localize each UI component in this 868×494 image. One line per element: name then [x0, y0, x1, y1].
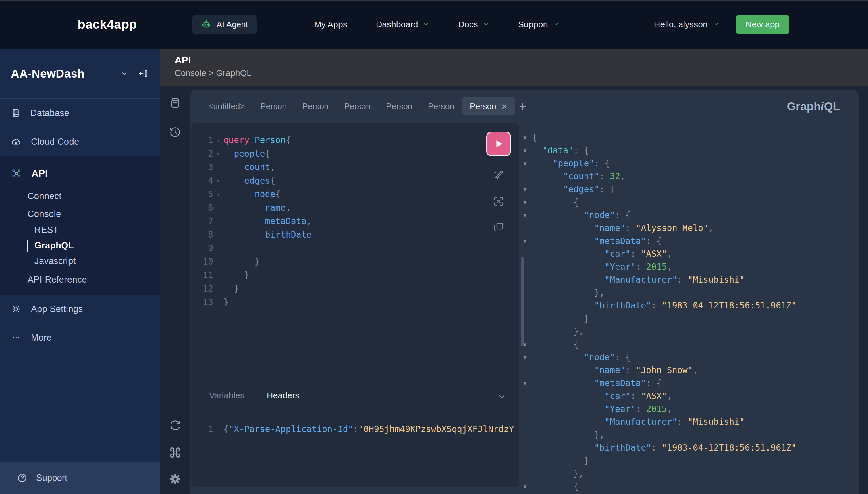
chevron-down-icon	[553, 20, 560, 29]
sidebar-item-label: Console	[27, 209, 61, 219]
tab-variables[interactable]: Variables	[209, 391, 245, 400]
fold-toggle-icon[interactable]: ▼	[523, 483, 532, 490]
nav-my-apps[interactable]: My Apps	[314, 20, 347, 29]
history-icon[interactable]	[169, 126, 182, 139]
breadcrumb: Console > GraphQL	[175, 68, 868, 78]
fold-toggle-icon[interactable]: ▼	[523, 354, 532, 360]
line-number: 1	[191, 135, 213, 145]
sidebar-item-app-settings[interactable]: App Settings	[0, 295, 160, 323]
ai-agent-button[interactable]: AI Agent	[192, 15, 257, 34]
chevron-down-icon	[713, 20, 720, 29]
sidebar-item-support[interactable]: Support	[0, 462, 160, 494]
variables-headers-section: Variables Headers 1{"X-Parse-Application…	[191, 366, 519, 487]
tab-person-active[interactable]: Person ×	[462, 97, 515, 115]
response-line: },	[523, 325, 856, 338]
response-line: "Manufacturer": "Misubishi"	[523, 415, 856, 428]
close-tab-icon[interactable]: ×	[501, 101, 507, 111]
tab-person-3[interactable]: Person	[336, 97, 378, 115]
line-number: 10	[191, 256, 213, 267]
collapse-sidebar-icon[interactable]	[138, 69, 148, 78]
sidebar-item-cloud-code[interactable]: Cloud Code	[0, 128, 160, 156]
graphiql-logo: GraphiQL	[787, 100, 840, 113]
tab-untitled[interactable]: <untitled>	[200, 97, 252, 115]
fold-toggle-icon[interactable]: ▼	[523, 238, 532, 244]
page-header: API Console > GraphQL	[160, 49, 868, 86]
sidebar-item-api-reference[interactable]: API Reference	[0, 269, 160, 291]
secondary-tabs: Variables Headers	[209, 391, 519, 400]
tab-person-1[interactable]: Person	[252, 97, 294, 115]
back4app-logo[interactable]: back4app	[78, 17, 137, 32]
fold-toggle-icon[interactable]: ▾	[213, 191, 224, 197]
editor-line: 8 birthDate	[191, 228, 519, 241]
response-line: }	[523, 312, 856, 325]
greeting-label: Hello, alysson	[654, 20, 708, 29]
editor-line: 11 }	[191, 268, 519, 282]
response-line: ▼ {	[523, 338, 856, 351]
user-menu[interactable]: Hello, alysson	[654, 20, 720, 29]
sidebar-item-label: API	[32, 168, 48, 179]
sidebar-item-database[interactable]: Database	[0, 99, 160, 128]
tab-label: Person	[428, 102, 455, 111]
tab-bar: <untitled> Person Person Person Person P…	[190, 90, 859, 123]
query-editor[interactable]: 1▾query Person{2▾ people{3 count,4▾ edge…	[191, 123, 519, 487]
sidebar-item-api[interactable]: API	[0, 160, 160, 187]
active-indicator	[27, 240, 28, 252]
shortcut-keys-icon[interactable]: ⌘	[169, 446, 182, 459]
copy-query-icon[interactable]	[492, 221, 505, 235]
fold-toggle-icon[interactable]: ▼	[523, 186, 532, 192]
execute-play-button[interactable]	[486, 132, 511, 156]
tab-headers[interactable]: Headers	[267, 391, 299, 400]
editor-line: 1▾query Person{	[191, 133, 519, 147]
ai-agent-label: AI Agent	[216, 20, 248, 29]
response-line: "birthDate": "1983-04-12T18:56:51.961Z"	[523, 299, 856, 312]
nav-docs[interactable]: Docs	[458, 20, 489, 29]
sidebar-item-rest[interactable]: REST	[0, 222, 160, 238]
fold-toggle-icon[interactable]: ▼	[523, 380, 532, 386]
chevron-down-icon[interactable]	[497, 392, 507, 403]
nav-dashboard[interactable]: Dashboard	[376, 20, 430, 29]
editor-line: 6 name,	[191, 201, 519, 214]
tab-label: Person	[470, 102, 496, 111]
settings-icon[interactable]	[168, 472, 182, 486]
sidebar-item-console[interactable]: Console	[0, 206, 160, 222]
tab-person-2[interactable]: Person	[294, 97, 336, 115]
app-name[interactable]: AA-NewDash	[11, 67, 84, 80]
headers-editor[interactable]: 1{"X-Parse-Application-Id":"0H95jhm49KPz…	[191, 422, 519, 436]
nav-support[interactable]: Support	[518, 20, 560, 29]
prettify-icon[interactable]	[492, 169, 505, 183]
graphiql-panel: <untitled> Person Person Person Person P…	[190, 90, 859, 494]
line-number: 5	[191, 189, 213, 199]
response-line: },	[523, 467, 856, 480]
fold-toggle-icon[interactable]: ▼	[523, 212, 532, 218]
fold-toggle-icon[interactable]: ▾	[213, 177, 224, 184]
fold-toggle-icon[interactable]: ▼	[523, 199, 532, 205]
chevron-down-icon[interactable]	[120, 69, 129, 78]
fold-toggle-icon[interactable]: ▼	[523, 341, 532, 347]
api-section: API Connect Console REST GraphQL Javascr…	[0, 156, 160, 295]
sidebar-item-graphql[interactable]: GraphQL	[0, 238, 160, 253]
line-number: 9	[191, 243, 213, 253]
fold-toggle-icon[interactable]: ▼	[523, 160, 532, 167]
sidebar-item-label: REST	[35, 225, 59, 235]
fold-toggle-icon[interactable]: ▾	[213, 151, 224, 157]
chevron-down-icon	[483, 20, 489, 29]
fold-toggle-icon[interactable]: ▾	[213, 137, 224, 143]
response-line: "count": 32,	[523, 170, 856, 183]
response-line: ▼ "metaData": {	[523, 234, 856, 247]
sidebar-item-label: Javascript	[35, 256, 76, 266]
query-code-area[interactable]: 1▾query Person{2▾ people{3 count,4▾ edge…	[191, 123, 519, 366]
window-top-edge	[0, 0, 868, 1]
merge-fragments-icon[interactable]	[492, 195, 505, 209]
refetch-icon[interactable]	[169, 419, 182, 432]
sidebar-item-more[interactable]: More	[0, 323, 160, 352]
new-app-button[interactable]: New app	[736, 15, 789, 34]
response-line: "Year": 2015,	[523, 260, 856, 273]
docs-icon[interactable]	[169, 96, 182, 110]
add-tab-button[interactable]: +	[519, 100, 527, 113]
sidebar-item-javascript[interactable]: Javascript	[0, 253, 160, 269]
tab-person-5[interactable]: Person	[420, 97, 462, 115]
fold-toggle-icon[interactable]: ▼	[523, 147, 532, 154]
sidebar-item-connect[interactable]: Connect	[0, 187, 160, 206]
tab-person-4[interactable]: Person	[378, 97, 420, 115]
fold-toggle-icon[interactable]: ▼	[523, 134, 532, 141]
